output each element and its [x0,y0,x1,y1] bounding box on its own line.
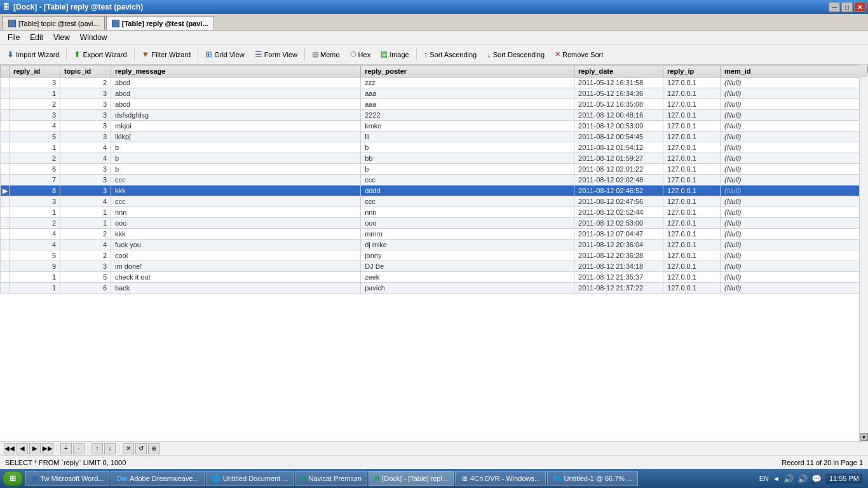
sort-asc-button[interactable]: ↑ Sort Ascending [419,46,482,63]
maximize-button[interactable]: □ [841,2,853,12]
nav-refresh-button[interactable]: ↺ [135,443,147,454]
cell-reply_ip[interactable]: 127.0.0.1 [663,218,721,229]
cell-reply_date[interactable]: 2011-05-12 16:35:08 [574,99,663,110]
cell-mem_id[interactable]: (Null) [721,99,868,110]
menu-window[interactable]: Window [75,32,112,43]
cell-reply_date[interactable]: 2011-08-12 21:35:37 [574,272,663,283]
cell-reply_message[interactable]: kkk [111,186,361,196]
image-button[interactable]: 🖼 Image [376,46,414,63]
nav-move-down-button[interactable]: ↓ [104,443,116,454]
table-row[interactable]: 14bb2011-08-12 01:54:12127.0.0.1(Null) [1,142,868,153]
cell-reply_message[interactable]: abcd [111,99,361,110]
table-row[interactable]: 73cccccc2011-08-12 02:02:48127.0.0.1(Nul… [1,175,868,186]
cell-reply_id[interactable]: 5 [10,132,60,142]
cell-reply_message[interactable]: fuck you [111,240,361,250]
cell-mem_id[interactable]: (Null) [721,240,868,250]
nav-move-up-button[interactable]: ↑ [92,443,103,454]
cell-mem_id[interactable]: (Null) [721,196,868,207]
scrollbar[interactable]: ▲ ▼ [859,65,868,441]
cell-reply_id[interactable]: 9 [10,261,60,272]
cell-reply_ip[interactable]: 127.0.0.1 [663,142,721,153]
table-row[interactable]: 15check it outzeek2011-08-12 21:35:37127… [1,272,868,283]
minimize-button[interactable]: ─ [829,2,840,12]
table-row[interactable]: 16backpavich2011-08-12 21:37:22127.0.0.1… [1,283,868,294]
col-header-mem-id[interactable]: mem_id [721,65,868,78]
cell-reply_date[interactable]: 2011-08-12 00:53:09 [574,121,663,132]
cell-reply_date[interactable]: 2011-08-12 02:52:44 [574,207,663,218]
nav-delete-button[interactable]: - [73,443,85,454]
table-row[interactable]: ▶83kkkdddd2011-08-12 02:46:52127.0.0.1(N… [1,186,868,196]
table-row[interactable]: 63bb2011-08-12 02:01:22127.0.0.1(Null) [1,164,868,175]
cell-reply_poster[interactable]: zzz [361,78,574,88]
cell-reply_ip[interactable]: 127.0.0.1 [663,110,721,121]
cell-mem_id[interactable]: (Null) [721,121,868,132]
cell-reply_id[interactable]: 2 [10,153,60,164]
cell-reply_ip[interactable]: 127.0.0.1 [663,196,721,207]
import-wizard-button[interactable]: ⬇ Import Wizard [3,46,64,63]
cell-reply_poster[interactable]: ccc [361,175,574,186]
cell-reply_poster[interactable]: pavich [361,283,574,294]
table-row[interactable]: 33dsfsdgfdsg22222011-08-12 00:48:16127.0… [1,110,868,121]
cell-reply_date[interactable]: 2011-08-12 00:54:45 [574,132,663,142]
cell-reply_message[interactable]: abcd [111,88,361,99]
cell-reply_message[interactable]: b [111,153,361,164]
taskbar-item-4chdvr[interactable]: 🖥 4Ch DVR - Windows... [455,471,546,486]
nav-first-button[interactable]: ◀◀ [4,443,15,454]
cell-reply_message[interactable]: kkk [111,229,361,240]
cell-reply_date[interactable]: 2011-08-12 21:34:18 [574,261,663,272]
cell-reply_id[interactable]: 4 [10,229,60,240]
scroll-down-button[interactable]: ▼ [860,433,868,441]
cell-reply_message[interactable]: nnn [111,207,361,218]
cell-mem_id[interactable]: (Null) [721,229,868,240]
cell-topic_id[interactable]: 3 [60,121,111,132]
cell-reply_date[interactable]: 2011-08-12 02:02:48 [574,175,663,186]
table-row[interactable]: 93im done!DJ Be2011-08-12 21:34:18127.0.… [1,261,868,272]
cell-topic_id[interactable]: 4 [60,240,111,250]
cell-topic_id[interactable]: 3 [60,164,111,175]
cell-reply_message[interactable]: check it out [111,272,361,283]
menu-edit[interactable]: Edit [25,32,48,43]
cell-reply_date[interactable]: 2011-05-12 16:31:58 [574,78,663,88]
cell-topic_id[interactable]: 4 [60,153,111,164]
cell-reply_date[interactable]: 2011-08-12 20:36:28 [574,250,663,261]
cell-reply_date[interactable]: 2011-08-12 00:48:16 [574,110,663,121]
cell-reply_date[interactable]: 2011-08-12 02:01:22 [574,164,663,175]
cell-reply_date[interactable]: 2011-08-12 02:46:52 [574,186,663,196]
cell-topic_id[interactable]: 4 [60,142,111,153]
cell-reply_id[interactable]: 4 [10,240,60,250]
taskbar-item-untitled-doc[interactable]: 🌐 Untitled Document ... [206,471,294,486]
table-row[interactable]: 42kkkmmm2011-08-12 07:04:47127.0.0.1(Nul… [1,229,868,240]
cell-topic_id[interactable]: 2 [60,229,111,240]
cell-topic_id[interactable]: 1 [60,207,111,218]
cell-mem_id[interactable]: (Null) [721,261,868,272]
cell-reply_date[interactable]: 2011-05-12 16:34:36 [574,88,663,99]
menu-file[interactable]: File [3,32,25,43]
cell-reply_message[interactable]: ccc [111,196,361,207]
cell-reply_message[interactable]: b [111,142,361,153]
cell-topic_id[interactable]: 3 [60,99,111,110]
cell-reply_id[interactable]: 2 [10,99,60,110]
table-row[interactable]: 24bbb2011-08-12 01:59:27127.0.0.1(Null) [1,153,868,164]
cell-mem_id[interactable]: (Null) [721,207,868,218]
taskbar-item-dreamweaver[interactable]: Dw Adobe Dreamweave... [111,471,204,486]
cell-reply_message[interactable]: b [111,164,361,175]
cell-reply_ip[interactable]: 127.0.0.1 [663,250,721,261]
table-row[interactable]: 44fuck youdj mike2011-08-12 20:36:04127.… [1,240,868,250]
cell-reply_message[interactable]: cool [111,250,361,261]
form-view-button[interactable]: ☰ Form View [250,46,302,63]
taskbar-item-navicat[interactable]: N Navicat Premium [295,471,368,486]
grid-scroll[interactable]: reply_id topic_id reply_message reply_po… [0,65,868,441]
cell-reply_ip[interactable]: 127.0.0.1 [663,186,721,196]
taskbar-item-dock[interactable]: N [Dock] - [Table] repl... [369,471,454,486]
cell-reply_message[interactable]: ccc [111,175,361,186]
cell-reply_poster[interactable]: dddd [361,186,574,196]
cell-topic_id[interactable]: 3 [60,175,111,186]
cell-reply_ip[interactable]: 127.0.0.1 [663,164,721,175]
cell-reply_message[interactable]: dsfsdgfdsg [111,110,361,121]
close-button[interactable]: ✕ [854,2,865,12]
cell-reply_ip[interactable]: 127.0.0.1 [663,283,721,294]
cell-reply_date[interactable]: 2011-08-12 20:36:04 [574,240,663,250]
cell-mem_id[interactable]: (Null) [721,78,868,88]
table-row[interactable]: 23abcdaaa2011-05-12 16:35:08127.0.0.1(Nu… [1,99,868,110]
nav-next-button[interactable]: ▶ [29,443,41,454]
